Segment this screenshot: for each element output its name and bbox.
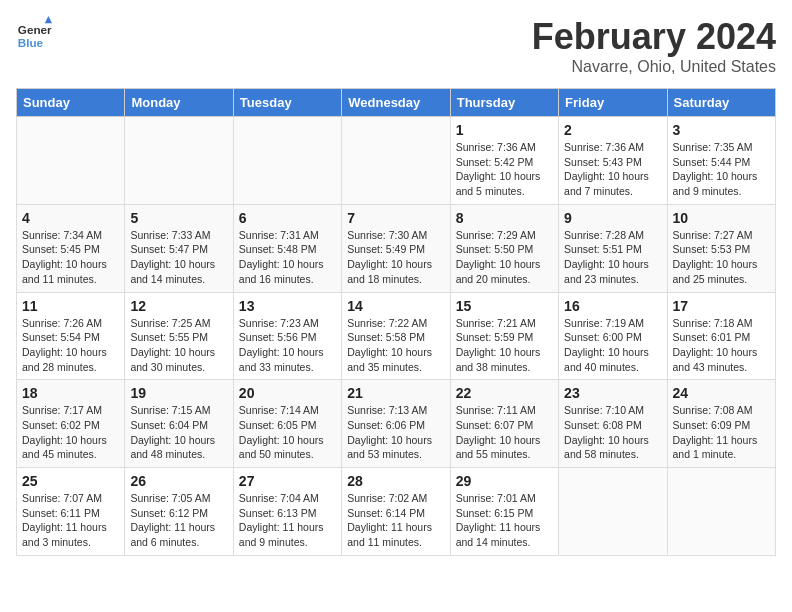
day-number: 12 <box>130 298 227 314</box>
calendar-header-row: Sunday Monday Tuesday Wednesday Thursday… <box>17 89 776 117</box>
table-row: 16Sunrise: 7:19 AM Sunset: 6:00 PM Dayli… <box>559 292 667 380</box>
day-info: Sunrise: 7:29 AM Sunset: 5:50 PM Dayligh… <box>456 228 553 287</box>
day-info: Sunrise: 7:11 AM Sunset: 6:07 PM Dayligh… <box>456 403 553 462</box>
day-info: Sunrise: 7:10 AM Sunset: 6:08 PM Dayligh… <box>564 403 661 462</box>
table-row <box>342 117 450 205</box>
col-tuesday: Tuesday <box>233 89 341 117</box>
table-row: 1Sunrise: 7:36 AM Sunset: 5:42 PM Daylig… <box>450 117 558 205</box>
table-row: 3Sunrise: 7:35 AM Sunset: 5:44 PM Daylig… <box>667 117 775 205</box>
table-row: 23Sunrise: 7:10 AM Sunset: 6:08 PM Dayli… <box>559 380 667 468</box>
day-number: 13 <box>239 298 336 314</box>
table-row: 2Sunrise: 7:36 AM Sunset: 5:43 PM Daylig… <box>559 117 667 205</box>
day-info: Sunrise: 7:30 AM Sunset: 5:49 PM Dayligh… <box>347 228 444 287</box>
table-row: 22Sunrise: 7:11 AM Sunset: 6:07 PM Dayli… <box>450 380 558 468</box>
title-block: February 2024 Navarre, Ohio, United Stat… <box>532 16 776 76</box>
col-saturday: Saturday <box>667 89 775 117</box>
day-info: Sunrise: 7:36 AM Sunset: 5:42 PM Dayligh… <box>456 140 553 199</box>
calendar-week-row: 25Sunrise: 7:07 AM Sunset: 6:11 PM Dayli… <box>17 468 776 556</box>
col-thursday: Thursday <box>450 89 558 117</box>
table-row: 20Sunrise: 7:14 AM Sunset: 6:05 PM Dayli… <box>233 380 341 468</box>
day-number: 18 <box>22 385 119 401</box>
day-number: 28 <box>347 473 444 489</box>
day-info: Sunrise: 7:21 AM Sunset: 5:59 PM Dayligh… <box>456 316 553 375</box>
day-info: Sunrise: 7:01 AM Sunset: 6:15 PM Dayligh… <box>456 491 553 550</box>
day-info: Sunrise: 7:33 AM Sunset: 5:47 PM Dayligh… <box>130 228 227 287</box>
day-number: 3 <box>673 122 770 138</box>
svg-marker-2 <box>45 16 52 23</box>
day-number: 17 <box>673 298 770 314</box>
day-info: Sunrise: 7:25 AM Sunset: 5:55 PM Dayligh… <box>130 316 227 375</box>
day-info: Sunrise: 7:27 AM Sunset: 5:53 PM Dayligh… <box>673 228 770 287</box>
table-row <box>559 468 667 556</box>
day-info: Sunrise: 7:22 AM Sunset: 5:58 PM Dayligh… <box>347 316 444 375</box>
table-row: 8Sunrise: 7:29 AM Sunset: 5:50 PM Daylig… <box>450 204 558 292</box>
day-info: Sunrise: 7:18 AM Sunset: 6:01 PM Dayligh… <box>673 316 770 375</box>
day-number: 24 <box>673 385 770 401</box>
table-row: 11Sunrise: 7:26 AM Sunset: 5:54 PM Dayli… <box>17 292 125 380</box>
day-info: Sunrise: 7:31 AM Sunset: 5:48 PM Dayligh… <box>239 228 336 287</box>
calendar-week-row: 1Sunrise: 7:36 AM Sunset: 5:42 PM Daylig… <box>17 117 776 205</box>
day-number: 2 <box>564 122 661 138</box>
day-number: 9 <box>564 210 661 226</box>
day-info: Sunrise: 7:36 AM Sunset: 5:43 PM Dayligh… <box>564 140 661 199</box>
table-row: 21Sunrise: 7:13 AM Sunset: 6:06 PM Dayli… <box>342 380 450 468</box>
table-row: 25Sunrise: 7:07 AM Sunset: 6:11 PM Dayli… <box>17 468 125 556</box>
day-info: Sunrise: 7:15 AM Sunset: 6:04 PM Dayligh… <box>130 403 227 462</box>
day-info: Sunrise: 7:04 AM Sunset: 6:13 PM Dayligh… <box>239 491 336 550</box>
table-row: 18Sunrise: 7:17 AM Sunset: 6:02 PM Dayli… <box>17 380 125 468</box>
svg-text:General: General <box>18 23 52 36</box>
day-number: 23 <box>564 385 661 401</box>
day-info: Sunrise: 7:34 AM Sunset: 5:45 PM Dayligh… <box>22 228 119 287</box>
table-row: 6Sunrise: 7:31 AM Sunset: 5:48 PM Daylig… <box>233 204 341 292</box>
logo: General Blue <box>16 16 52 52</box>
table-row <box>667 468 775 556</box>
day-info: Sunrise: 7:23 AM Sunset: 5:56 PM Dayligh… <box>239 316 336 375</box>
day-number: 11 <box>22 298 119 314</box>
day-number: 6 <box>239 210 336 226</box>
table-row: 4Sunrise: 7:34 AM Sunset: 5:45 PM Daylig… <box>17 204 125 292</box>
day-info: Sunrise: 7:19 AM Sunset: 6:00 PM Dayligh… <box>564 316 661 375</box>
day-info: Sunrise: 7:13 AM Sunset: 6:06 PM Dayligh… <box>347 403 444 462</box>
table-row: 12Sunrise: 7:25 AM Sunset: 5:55 PM Dayli… <box>125 292 233 380</box>
table-row: 9Sunrise: 7:28 AM Sunset: 5:51 PM Daylig… <box>559 204 667 292</box>
day-number: 16 <box>564 298 661 314</box>
calendar-week-row: 11Sunrise: 7:26 AM Sunset: 5:54 PM Dayli… <box>17 292 776 380</box>
col-sunday: Sunday <box>17 89 125 117</box>
day-number: 4 <box>22 210 119 226</box>
table-row: 13Sunrise: 7:23 AM Sunset: 5:56 PM Dayli… <box>233 292 341 380</box>
col-friday: Friday <box>559 89 667 117</box>
day-info: Sunrise: 7:28 AM Sunset: 5:51 PM Dayligh… <box>564 228 661 287</box>
day-info: Sunrise: 7:26 AM Sunset: 5:54 PM Dayligh… <box>22 316 119 375</box>
table-row: 17Sunrise: 7:18 AM Sunset: 6:01 PM Dayli… <box>667 292 775 380</box>
day-number: 20 <box>239 385 336 401</box>
day-number: 1 <box>456 122 553 138</box>
table-row: 29Sunrise: 7:01 AM Sunset: 6:15 PM Dayli… <box>450 468 558 556</box>
day-info: Sunrise: 7:35 AM Sunset: 5:44 PM Dayligh… <box>673 140 770 199</box>
svg-text:Blue: Blue <box>18 36 44 49</box>
table-row: 15Sunrise: 7:21 AM Sunset: 5:59 PM Dayli… <box>450 292 558 380</box>
day-number: 29 <box>456 473 553 489</box>
day-number: 5 <box>130 210 227 226</box>
day-number: 21 <box>347 385 444 401</box>
col-monday: Monday <box>125 89 233 117</box>
calendar-week-row: 18Sunrise: 7:17 AM Sunset: 6:02 PM Dayli… <box>17 380 776 468</box>
table-row <box>17 117 125 205</box>
table-row: 27Sunrise: 7:04 AM Sunset: 6:13 PM Dayli… <box>233 468 341 556</box>
logo-icon: General Blue <box>16 16 52 52</box>
day-number: 15 <box>456 298 553 314</box>
day-number: 8 <box>456 210 553 226</box>
table-row: 24Sunrise: 7:08 AM Sunset: 6:09 PM Dayli… <box>667 380 775 468</box>
day-number: 27 <box>239 473 336 489</box>
day-number: 14 <box>347 298 444 314</box>
day-number: 7 <box>347 210 444 226</box>
day-info: Sunrise: 7:08 AM Sunset: 6:09 PM Dayligh… <box>673 403 770 462</box>
calendar-title: February 2024 <box>532 16 776 58</box>
table-row: 7Sunrise: 7:30 AM Sunset: 5:49 PM Daylig… <box>342 204 450 292</box>
table-row: 14Sunrise: 7:22 AM Sunset: 5:58 PM Dayli… <box>342 292 450 380</box>
calendar-table: Sunday Monday Tuesday Wednesday Thursday… <box>16 88 776 556</box>
day-info: Sunrise: 7:07 AM Sunset: 6:11 PM Dayligh… <box>22 491 119 550</box>
calendar-subtitle: Navarre, Ohio, United States <box>532 58 776 76</box>
day-info: Sunrise: 7:14 AM Sunset: 6:05 PM Dayligh… <box>239 403 336 462</box>
table-row: 19Sunrise: 7:15 AM Sunset: 6:04 PM Dayli… <box>125 380 233 468</box>
table-row: 28Sunrise: 7:02 AM Sunset: 6:14 PM Dayli… <box>342 468 450 556</box>
